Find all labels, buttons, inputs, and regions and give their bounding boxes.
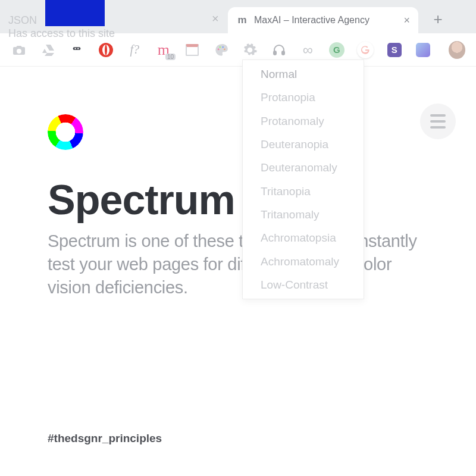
dropdown-item[interactable]: Normal bbox=[243, 62, 364, 86]
spectrum-dropdown[interactable]: Normal Protanopia Protanomaly Deuteranop… bbox=[242, 60, 364, 299]
ext-tooltip-line1: JSON bbox=[8, 14, 115, 27]
grammarly-icon[interactable]: G bbox=[328, 41, 346, 59]
page-title: Spectrum bbox=[48, 176, 428, 224]
svg-point-3 bbox=[217, 48, 219, 50]
svg-point-5 bbox=[222, 46, 224, 48]
dropdown-item[interactable]: Low-Contrast bbox=[243, 273, 364, 296]
spectrum-logo-icon bbox=[48, 114, 83, 150]
muzli-icon[interactable]: m10 bbox=[155, 41, 173, 59]
gradient-app-icon[interactable] bbox=[415, 41, 432, 59]
opera-icon[interactable] bbox=[98, 41, 115, 59]
svg-point-2 bbox=[77, 48, 79, 49]
dropdown-item[interactable]: Achromatopsia bbox=[243, 226, 364, 249]
new-tab-button[interactable]: + bbox=[430, 11, 446, 27]
page-description: Spectrum is one of these tools—you can i… bbox=[48, 230, 428, 299]
svg-point-1 bbox=[75, 48, 76, 49]
dropdown-item[interactable]: Protanomaly bbox=[243, 109, 364, 133]
dropdown-item[interactable]: Tritanopia bbox=[243, 180, 364, 203]
dropdown-item[interactable]: Deuteranomaly bbox=[243, 156, 364, 179]
dropdown-item[interactable]: Protanopia bbox=[243, 86, 364, 109]
extension-tooltip: JSON Has access to this site bbox=[8, 14, 115, 40]
font-icon[interactable]: f? bbox=[126, 41, 143, 59]
camera-icon[interactable] bbox=[11, 41, 28, 59]
ext-tooltip-line2: Has access to this site bbox=[8, 27, 115, 40]
browser-tab-active[interactable]: m MaxAI – Interactive Agency × bbox=[228, 7, 418, 33]
dropdown-item[interactable]: Deuteranopia bbox=[243, 133, 364, 156]
dropdown-item[interactable]: Achromatomaly bbox=[243, 250, 364, 273]
svg-point-6 bbox=[224, 48, 226, 50]
mask-icon[interactable] bbox=[68, 41, 86, 59]
muzli-badge: 10 bbox=[165, 54, 176, 60]
gear-icon[interactable] bbox=[242, 41, 259, 59]
dropdown-item[interactable]: Tritanomaly bbox=[243, 203, 364, 226]
palette-icon[interactable] bbox=[213, 41, 230, 59]
svg-point-4 bbox=[219, 46, 221, 48]
tab-title: MaxAI – Interactive Agency bbox=[254, 15, 397, 26]
tab-close-icon[interactable]: × bbox=[403, 14, 410, 27]
profile-avatar[interactable] bbox=[449, 41, 466, 59]
square-s-icon[interactable]: S bbox=[386, 41, 403, 59]
infinity-icon[interactable]: ∞ bbox=[299, 41, 317, 59]
svg-rect-7 bbox=[274, 51, 276, 55]
calendar-icon[interactable] bbox=[184, 41, 201, 59]
tab-close-inactive[interactable]: × bbox=[212, 12, 219, 26]
google-icon[interactable] bbox=[357, 41, 374, 59]
main-content: Spectrum Spectrum is one of these tools—… bbox=[0, 67, 476, 299]
tab-favicon: m bbox=[236, 14, 248, 26]
headphones-icon[interactable] bbox=[271, 41, 288, 59]
drive-icon[interactable] bbox=[40, 41, 57, 59]
svg-rect-8 bbox=[282, 51, 284, 55]
svg-rect-0 bbox=[73, 47, 81, 50]
hashtag: #thedsgnr_principles bbox=[48, 432, 162, 445]
